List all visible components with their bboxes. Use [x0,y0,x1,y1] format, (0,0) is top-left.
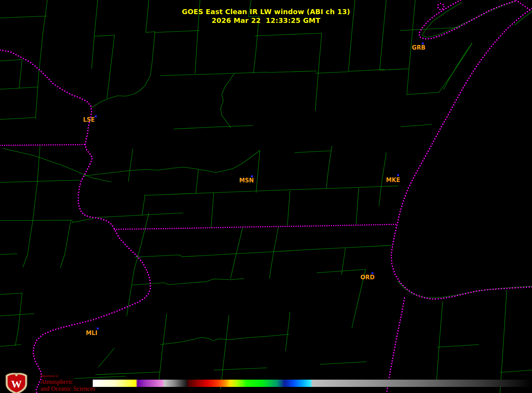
wi-il-border [114,224,396,229]
ir-enhancement-colorbar [93,380,532,387]
station-label-msn: MSN [239,177,254,184]
logo-line2: Atmospheric [40,379,95,385]
logo-dept-line: Department of [40,375,95,378]
station-label-lse: LSE [83,116,95,123]
uw-aos-logo: W Department of Atmospheric and Oceanic … [3,372,95,393]
station-dot-mke [397,174,399,176]
mississippi-river-border [0,50,150,393]
station-label-grb: GRB [412,44,425,51]
station-label-mli: MLI [86,330,97,337]
station-label-mke: MKE [386,177,400,184]
uw-crest-icon: W [3,372,30,393]
state-border-dotted-lines [0,0,532,393]
il-in-border [387,298,405,393]
product-title-line1: GOES East Clean IR LW window (ABI ch 13) [0,7,532,16]
logo-line3: and Oceanic Sciences [40,386,95,392]
county-boundaries [0,0,532,393]
lake-michigan-shoreline [391,8,532,299]
station-dot-lse [95,116,97,118]
product-title: GOES East Clean IR LW window (ABI ch 13)… [0,7,532,25]
satellite-map: GRBLSEMSNMKEORDMLI [0,0,532,393]
station-dot-mli [97,328,99,330]
satellite-image-viewport: GRBLSEMSNMKEORDMLI GOES East Clean IR LW… [0,0,532,393]
mn-ia-border [0,145,85,145]
uw-aos-logo-text: Department of Atmospheric and Oceanic Sc… [40,375,95,392]
station-markers-layer: GRBLSEMSNMKEORDMLI [83,43,426,337]
svg-text:W: W [11,378,22,390]
station-label-ord: ORD [361,274,375,281]
product-timestamp: 2026 Mar 22 12:33:25 GMT [0,16,532,25]
